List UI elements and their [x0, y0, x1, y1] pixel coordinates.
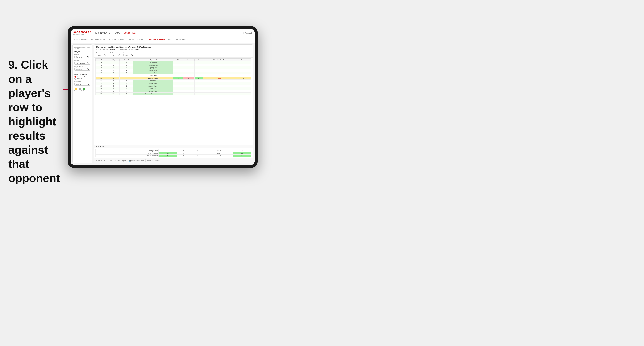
tablet-frame: SCOREBOARD Powered by clippd TOURNAMENTS…: [68, 26, 258, 168]
conference-select[interactable]: (All): [110, 54, 121, 56]
table-row[interactable]: 1822Euna Lee: [96, 87, 251, 90]
logo: SCOREBOARD Powered by clippd: [73, 31, 95, 35]
refresh-btn[interactable]: ⊙: [110, 160, 112, 162]
division-record: Division Record: 331 - 34 - 6: [120, 49, 139, 50]
timestamp: Last Updated: 27/03/2024 16:55:38: [74, 46, 90, 49]
grid-table-container: # Div # Reg # Conf Opponent Win Loss Tie…: [94, 58, 252, 145]
save-custom-btn[interactable]: 💾 Save Custom View: [129, 160, 144, 162]
grid-records: Overall Record: 353 - 34 - 6 Division Re…: [96, 49, 250, 50]
legend: Down Level Up: [74, 88, 90, 92]
view-original-btn[interactable]: 👁 View: Original: [114, 160, 126, 161]
forward-btn[interactable]: ↪: [101, 160, 102, 162]
col-opponent: Opponent: [133, 59, 173, 61]
right-panel: Katelyn Vo Head-to-Head Grid for Women's…: [94, 44, 253, 163]
subnav-team-h2h-heatmap[interactable]: TEAM H2H HEATMAP: [108, 38, 126, 41]
grid-btn[interactable]: ⊞: [104, 160, 105, 162]
col-conf: # Conf: [120, 59, 134, 61]
undo-btn[interactable]: ↩: [96, 160, 97, 162]
gender-select[interactable]: Women's: [74, 56, 90, 58]
radio-top100[interactable]: Top 100: [74, 78, 90, 80]
col-div: # Div: [96, 59, 107, 61]
annotation-text: 9. Click on a player's row to highlight …: [8, 58, 64, 185]
share-btn[interactable]: Share: [156, 160, 160, 161]
save-custom-icon: 💾: [129, 160, 131, 162]
grid-title: Katelyn Vo Head-to-Head Grid for Women's…: [96, 46, 250, 48]
subnav-team-summary[interactable]: TEAM SUMMARY: [73, 38, 88, 41]
nav-tournaments[interactable]: TOURNAMENTS: [95, 31, 110, 35]
table-row[interactable]: 914Sharon Mun: [96, 69, 251, 72]
legend-dot-level: [79, 88, 82, 90]
subnav-player-summary[interactable]: PLAYER SUMMARY: [130, 38, 146, 41]
table-row[interactable]: 1691Jessica Mason: [96, 85, 251, 87]
legend-down: Down: [74, 88, 78, 92]
region-select[interactable]: (All): [96, 54, 107, 56]
table-row[interactable]: Heejo Hyun: [96, 74, 251, 77]
sign-out-button[interactable]: Sign out: [245, 32, 252, 34]
crop-btn[interactable]: ↙: [106, 160, 108, 162]
out-div-row[interactable]: NCAA Division 25007.40010: [96, 155, 251, 157]
out-division-label: Out of division: [94, 145, 252, 148]
filters-row: Region (All) Conference (All) Opponent: [94, 51, 252, 58]
table-row[interactable]: 1474Eunice Yi: [96, 80, 251, 82]
nav-separator: |: [244, 32, 244, 34]
opponent-select[interactable]: (All): [123, 54, 134, 56]
view-original-icon: 👁: [114, 160, 116, 161]
subnav-player-h2h-heatmap[interactable]: PLAYER H2H HEATMAP: [168, 38, 188, 41]
col-tie: Tie: [194, 59, 203, 61]
player-rank-select[interactable]: 8. Katelyn Vo: [74, 68, 90, 71]
colour-by-label: Colour by: [74, 81, 90, 82]
left-panel: Last Updated: 27/03/2024 16:55:38 Player…: [72, 44, 92, 163]
table-row[interactable]: 31Esther Lee: [96, 61, 251, 64]
legend-up: Up: [83, 88, 85, 92]
col-loss: Loss: [183, 59, 194, 61]
toolbar: ↩ ↩ ↪ ⊞ ↙ ⊙ 👁 View: Original 💾 Sav: [94, 158, 252, 163]
nav-items: TOURNAMENTS TEAMS COMMITTEE: [95, 31, 243, 35]
overall-record: Overall Record: 353 - 34 - 6: [96, 49, 115, 50]
grid-header: Katelyn Vo Head-to-Head Grid for Women's…: [94, 45, 252, 51]
gender-label: Gender: [74, 54, 90, 55]
table-row[interactable]: 131Jessica Huang010-3.002: [96, 77, 251, 80]
toolbar-sep1: [109, 159, 109, 162]
legend-dot-down: [75, 88, 77, 90]
toolbar-sep3: [127, 159, 128, 162]
subnav-player-h2h-grid[interactable]: PLAYER H2H GRID: [149, 38, 165, 41]
grid-table: # Div # Reg # Conf Opponent Win Loss Tie…: [96, 58, 251, 95]
filter-region: Region (All): [96, 52, 107, 56]
toolbar-sep2: [113, 159, 113, 162]
redo-btn[interactable]: ↩: [98, 160, 100, 162]
col-diff: Diff Av Strokes/Rnd: [203, 59, 236, 61]
col-reg: # Reg: [107, 59, 120, 61]
colour-by-select[interactable]: Win/loss: [74, 83, 90, 86]
radio-opponents-played[interactable]: Opponents Played: [74, 76, 90, 78]
nav-teams[interactable]: TEAMS: [114, 31, 120, 35]
table-row[interactable]: 613Sydney Kuo: [96, 66, 251, 69]
main-content: Last Updated: 27/03/2024 16:55:38 Player…: [71, 43, 254, 165]
col-rounds: Rounds: [236, 59, 251, 61]
radio-dot-2: [74, 78, 76, 80]
nav-committee[interactable]: COMMITTEE: [124, 31, 136, 35]
watch-btn[interactable]: Watch ▾: [147, 160, 152, 162]
division-select[interactable]: NCAA Division III: [74, 62, 90, 65]
out-div-row[interactable]: NAIA Division 115009.26730: [96, 152, 251, 155]
table-row[interactable]: 1063Andrea York: [96, 72, 251, 74]
out-div-row[interactable]: Foreign Team1004.5002: [96, 149, 251, 152]
legend-level: Level: [79, 88, 82, 92]
sub-nav: TEAM SUMMARY TEAM H2H GRID TEAM H2H HEAT…: [71, 37, 254, 43]
radio-dot-1: [74, 76, 76, 78]
player-rank-label: Player (Rank): [74, 66, 90, 67]
player-section-title: Player: [74, 51, 90, 53]
nav-bar: SCOREBOARD Powered by clippd TOURNAMENTS…: [71, 29, 254, 37]
opponent-view: Opponent view Opponents Played Top 100: [74, 73, 90, 80]
opponent-view-title: Opponent view: [74, 73, 90, 75]
colour-by: Colour by Win/loss: [74, 81, 90, 87]
out-div-table: Foreign Team1004.5002NAIA Division 11500…: [96, 149, 251, 157]
table-row[interactable]: 522Alexis Sudjianto: [96, 64, 251, 66]
tablet-screen: SCOREBOARD Powered by clippd TOURNAMENTS…: [71, 29, 254, 165]
table-row[interactable]: 1585Stella Cheng: [96, 82, 251, 85]
filter-conference: Conference (All): [110, 52, 121, 56]
table-row[interactable]: 19106Emily Chang: [96, 90, 251, 93]
filter-opponent: Opponent (All): [123, 52, 134, 56]
table-row[interactable]: 20117Federica Domecq Lacroze: [96, 93, 251, 95]
subnav-team-h2h-grid[interactable]: TEAM H2H GRID: [91, 38, 105, 41]
division-label: Division: [74, 60, 90, 61]
